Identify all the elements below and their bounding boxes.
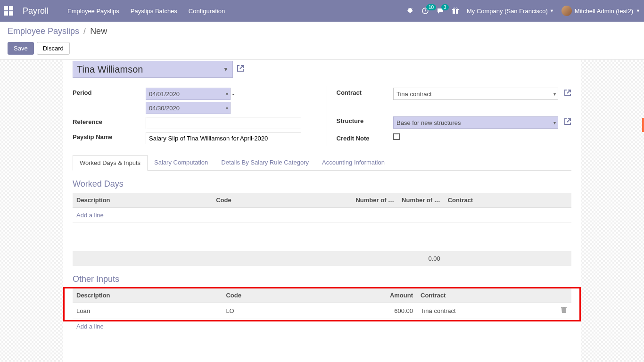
apps-icon[interactable] <box>4 6 13 16</box>
breadcrumb: Employee Payslips / New <box>8 26 636 36</box>
payslip-name-field[interactable] <box>146 132 301 144</box>
th-amount[interactable]: Amount <box>372 288 417 303</box>
menu-employee-payslips[interactable]: Employee Payslips <box>67 8 119 15</box>
discard-button[interactable]: Discard <box>37 42 70 55</box>
trash-icon[interactable] <box>557 303 571 319</box>
period-label: Period <box>73 86 146 115</box>
topbar: Payroll Employee Payslips Payslips Batch… <box>0 0 644 22</box>
table-row[interactable]: Loan LO 600.00 Tina contract <box>73 303 571 319</box>
payslip-name-label: Payslip Name <box>73 131 146 146</box>
reference-field[interactable] <box>146 117 301 129</box>
breadcrumb-current: New <box>90 26 107 36</box>
add-line-other-inputs[interactable]: Add a line <box>73 319 571 334</box>
app-name: Payroll <box>23 6 49 16</box>
worked-days-total: 0.00 <box>398 251 444 266</box>
th-contract[interactable]: Contract <box>444 193 557 208</box>
employee-field[interactable]: Tina Williamson ▼ <box>73 61 233 78</box>
tab-accounting-information[interactable]: Accounting Information <box>315 155 391 170</box>
other-inputs-title: Other Inputs <box>73 274 571 284</box>
menu-configuration[interactable]: Configuration <box>189 8 225 15</box>
content-area: Tina Williamson ▼ Period 04/01/2020 ▾ - <box>0 60 644 362</box>
svg-point-4 <box>454 8 455 9</box>
external-link-icon[interactable] <box>564 89 571 99</box>
credit-note-label: Credit Note <box>337 132 394 146</box>
clock-badge: 10 <box>426 4 436 10</box>
chat-badge: 3 <box>441 4 449 10</box>
structure-field[interactable]: Base for new structures ▾ <box>393 116 558 129</box>
structure-label: Structure <box>337 102 394 132</box>
tabs: Worked Days & Inputs Salary Computation … <box>73 155 571 171</box>
chevron-down-icon: ▾ <box>553 91 556 97</box>
th-description[interactable]: Description <box>73 288 222 303</box>
menu-payslips-batches[interactable]: Payslips Batches <box>131 8 177 15</box>
tab-worked-days-inputs[interactable]: Worked Days & Inputs <box>73 155 148 171</box>
contract-label: Contract <box>337 86 394 102</box>
contract-field[interactable]: Tina contract ▾ <box>393 88 558 100</box>
chevron-down-icon: ▼ <box>636 8 640 13</box>
external-link-icon[interactable] <box>237 65 244 74</box>
avatar <box>561 6 572 16</box>
chevron-down-icon: ▾ <box>226 106 228 111</box>
external-link-icon[interactable] <box>564 118 571 127</box>
th-contract[interactable]: Contract <box>417 288 557 303</box>
worked-days-title: Worked Days <box>73 179 571 189</box>
period-to-field[interactable]: 04/30/2020 ▾ <box>146 102 231 114</box>
chevron-down-icon: ▼ <box>223 66 229 73</box>
svg-point-5 <box>456 8 457 9</box>
chevron-down-icon: ▾ <box>553 120 556 125</box>
chevron-down-icon: ▾ <box>226 91 228 97</box>
topbar-right: 10 3 My Company (San Francisco) ▼ Mitche… <box>406 6 640 16</box>
worked-days-table: Description Code Number of … Number of …… <box>73 193 571 266</box>
control-panel: Employee Payslips / New Save Discard <box>0 22 644 60</box>
user-menu[interactable]: Mitchell Admin (test2) ▼ <box>561 6 640 16</box>
credit-note-checkbox[interactable] <box>393 133 400 140</box>
th-number-hours[interactable]: Number of … <box>398 193 444 208</box>
period-from-field[interactable]: 04/01/2020 ▾ <box>146 88 231 100</box>
nav-menu: Employee Payslips Payslips Batches Confi… <box>67 8 225 15</box>
chat-icon[interactable]: 3 <box>437 7 444 15</box>
tab-details-by-salary-rule[interactable]: Details By Salary Rule Category <box>215 155 315 170</box>
th-code[interactable]: Code <box>212 193 352 208</box>
th-number-days[interactable]: Number of … <box>352 193 398 208</box>
bug-icon[interactable] <box>406 7 414 15</box>
save-button[interactable]: Save <box>8 42 34 55</box>
add-line-worked-days[interactable]: Add a line <box>73 208 571 223</box>
chevron-down-icon: ▼ <box>550 8 554 13</box>
breadcrumb-parent[interactable]: Employee Payslips <box>8 26 79 36</box>
gift-icon[interactable] <box>452 7 459 15</box>
th-description[interactable]: Description <box>73 193 212 208</box>
th-code[interactable]: Code <box>222 288 372 303</box>
reference-label: Reference <box>73 115 146 131</box>
scroll-indicator <box>642 118 644 132</box>
form-sheet: Tina Williamson ▼ Period 04/01/2020 ▾ - <box>63 60 581 362</box>
clock-icon[interactable]: 10 <box>421 7 429 15</box>
svg-rect-3 <box>455 9 456 14</box>
tab-salary-computation[interactable]: Salary Computation <box>148 155 215 170</box>
other-inputs-table: Description Code Amount Contract Loan LO… <box>73 288 571 334</box>
company-selector[interactable]: My Company (San Francisco) ▼ <box>467 8 554 15</box>
